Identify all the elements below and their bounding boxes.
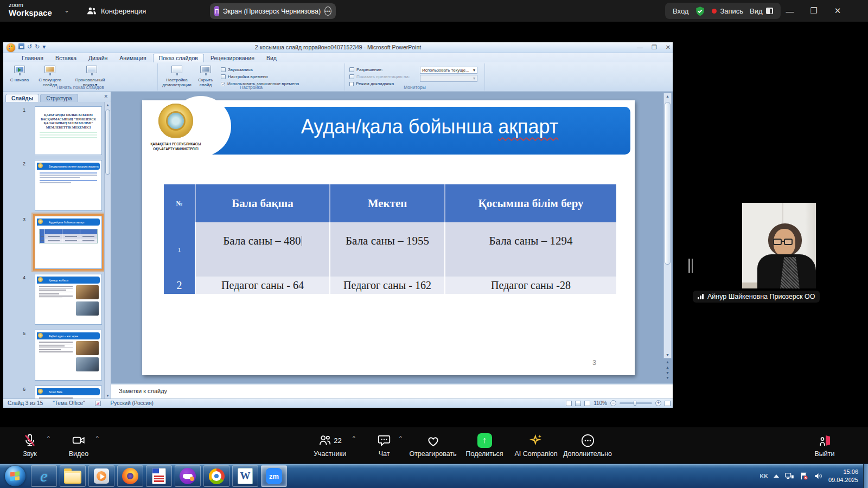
slide-title[interactable]: Аудан/қала бойынша ақпарт xyxy=(234,115,625,138)
taskbar-document-app[interactable] xyxy=(146,465,172,487)
network-icon[interactable] xyxy=(784,472,794,480)
more-button[interactable]: Дополнительно xyxy=(558,432,617,458)
taskbar-internet-explorer[interactable]: e xyxy=(31,465,57,487)
pane-scrollbar[interactable]: ▲ ▼ xyxy=(104,102,111,399)
slide-scroll-down-icon[interactable]: ▼ xyxy=(664,353,671,357)
react-button[interactable]: Отреагировать xyxy=(403,432,463,458)
slide-table[interactable]: № Бала бақша Мектеп Қосымша білім беру 1… xyxy=(164,184,616,294)
sound-record-option[interactable]: Звукозапись xyxy=(221,66,299,73)
participant-video-tile[interactable] xyxy=(742,203,816,288)
show-desktop-button[interactable] xyxy=(863,464,868,488)
slide-sorter-view-icon[interactable] xyxy=(575,401,581,406)
spellcheck-icon[interactable]: ✗ xyxy=(95,401,101,406)
pane-scroll-thumb[interactable] xyxy=(105,110,110,175)
zoom-slider[interactable] xyxy=(620,402,652,404)
taskbar-chrome[interactable] xyxy=(203,465,229,487)
zoom-in-button[interactable]: + xyxy=(655,400,661,406)
slideshow-view-icon[interactable] xyxy=(584,401,590,406)
video-button[interactable]: ^ Видео xyxy=(49,432,108,458)
meeting-tab[interactable]: Конференция xyxy=(87,4,146,17)
ai-companion-button[interactable]: AI Companion xyxy=(506,432,566,458)
slide-thumbnail-4[interactable]: Қамқор жобасы xyxy=(35,274,102,325)
restore-button[interactable]: ❐ xyxy=(802,6,826,16)
taskbar-zoom-active[interactable]: zm xyxy=(261,465,287,487)
panel-drag-handle[interactable] xyxy=(688,259,693,273)
zoom-slider-knob[interactable] xyxy=(634,401,636,406)
slide-scrollbar[interactable]: ▲ ▼ xyxy=(663,93,672,358)
zoom-out-button[interactable]: − xyxy=(610,400,616,406)
tab-outline[interactable]: Структура xyxy=(40,94,78,102)
header-cell-school[interactable]: Мектеп xyxy=(330,184,445,222)
slide-canvas[interactable]: ҚАЗАҚСТАН РЕСПУБЛИКАСЫ ОҚУ-АҒАРТУ МИНИСТ… xyxy=(142,100,635,375)
slide-thumbnail-1[interactable]: ҚАРАҒАНДЫ ОБЛЫСЫ БІЛІМ БАСҚАРМАСЫНЫҢ "ПР… xyxy=(35,106,102,155)
ppt-close-button[interactable]: ✕ xyxy=(666,44,671,51)
tab-slides[interactable]: Слайды xyxy=(5,94,39,102)
pane-scroll-down-icon[interactable]: ▼ xyxy=(105,394,111,397)
notes-pane[interactable]: Заметки к слайду xyxy=(111,383,673,399)
slide-thumbnail-2[interactable]: Бағдарламаны жүзеге асыруға жауапты мама… xyxy=(35,160,102,211)
row2-num[interactable]: 2 xyxy=(164,277,195,294)
zoom-level[interactable]: 110% xyxy=(593,400,607,406)
slide-nav-buttons[interactable]: ▲▲ ▼▼ xyxy=(663,359,672,381)
recording-indicator[interactable]: Запись xyxy=(712,7,743,15)
row1-kindergarten[interactable]: Бала саны – 480 xyxy=(195,222,330,277)
resolution-dropdown[interactable]: Использовать текуще... ▾ xyxy=(420,67,477,74)
normal-view-icon[interactable] xyxy=(566,401,572,406)
slide-thumbnail-3-selected[interactable]: Аудан/қала бойынша ақпарт xyxy=(35,216,102,269)
share-button[interactable]: ↑ Поделиться xyxy=(455,432,514,458)
minimize-button[interactable]: — xyxy=(778,7,802,16)
row2-additional[interactable]: Педагог саны -28 xyxy=(445,277,616,294)
ppt-restore-button[interactable]: ❐ xyxy=(652,44,657,51)
action-center-flag-icon[interactable] xyxy=(800,472,808,480)
shared-screen-tab[interactable]: П Экран (Приозерск Черниязова) ••• xyxy=(210,3,336,19)
slide-thumbnail-6[interactable]: Smart Bala xyxy=(35,386,102,399)
slide-scroll-thumb[interactable] xyxy=(665,102,671,265)
tab-dizayn[interactable]: Дизайн xyxy=(83,54,113,62)
taskbar-file-explorer[interactable] xyxy=(60,465,86,487)
taskbar-firefox[interactable] xyxy=(117,465,143,487)
previous-slide-button[interactable]: ▲▲ xyxy=(663,359,672,370)
header-cell-num[interactable]: № xyxy=(164,184,195,222)
ppt-minimize-button[interactable]: — xyxy=(637,44,643,51)
header-cell-additional[interactable]: Қосымша білім беру xyxy=(445,184,616,222)
tab-vid[interactable]: Вид xyxy=(261,54,282,62)
speaker-icon[interactable] xyxy=(814,472,823,480)
from-start-button[interactable]: С начала xyxy=(5,65,34,83)
signin-button[interactable]: Вход xyxy=(673,7,688,15)
start-button[interactable] xyxy=(2,465,28,487)
fit-to-window-icon[interactable] xyxy=(665,401,671,406)
row1-school[interactable]: Бала саны – 1955 xyxy=(330,222,445,277)
taskbar-clock[interactable]: 15:06 09.04.2025 xyxy=(828,468,858,484)
tab-glavnaya[interactable]: Главная xyxy=(16,54,49,62)
zoom-workspace-logo[interactable]: zoom Workspace xyxy=(9,2,52,17)
row1-additional[interactable]: Бала саны – 1294 xyxy=(445,222,616,277)
row2-school[interactable]: Педагог саны - 162 xyxy=(330,277,445,294)
close-button[interactable]: ✕ xyxy=(826,6,850,16)
taskbar-word[interactable]: W xyxy=(232,465,258,487)
screen-tab-more-icon[interactable]: ••• xyxy=(324,7,331,16)
tab-animatsiya[interactable]: Анимация xyxy=(114,54,151,62)
encryption-shield-icon[interactable] xyxy=(695,6,705,16)
tray-expand-icon[interactable] xyxy=(774,474,779,478)
pane-close-icon[interactable]: ✕ xyxy=(104,94,108,99)
next-slide-button[interactable]: ▼▼ xyxy=(663,370,672,381)
row1-num[interactable]: 1 xyxy=(164,222,195,277)
slide-scroll-up-icon[interactable]: ▲ xyxy=(664,94,671,98)
status-language[interactable]: Русский (Россия) xyxy=(111,400,154,406)
chat-chevron-icon[interactable]: ^ xyxy=(399,435,402,441)
language-indicator[interactable]: KK xyxy=(760,473,768,479)
tab-pokaz-slaydov[interactable]: Показ слайдов xyxy=(153,54,204,62)
video-chevron-icon[interactable]: ^ xyxy=(96,435,99,441)
taskbar-mask-app[interactable] xyxy=(175,465,201,487)
view-button[interactable]: Вид xyxy=(750,7,773,15)
slide-thumbnail-5[interactable]: Еңбегі адал – жас өрен xyxy=(35,330,102,381)
rehearse-timings-option[interactable]: Настройка времени xyxy=(221,73,299,80)
pane-scroll-up-icon[interactable]: ▲ xyxy=(105,103,111,107)
leave-button[interactable]: Выйти xyxy=(795,432,854,458)
header-cell-kindergarten[interactable]: Бала бақша xyxy=(195,184,330,222)
participants-button[interactable]: 22 ^ Участники xyxy=(300,432,360,458)
tab-vstavka[interactable]: Вставка xyxy=(50,54,82,62)
tab-retsenzirovanie[interactable]: Рецензирование xyxy=(205,54,260,62)
workspace-chevron-icon[interactable]: ⌄ xyxy=(64,7,69,14)
taskbar-media-player[interactable] xyxy=(88,465,114,487)
